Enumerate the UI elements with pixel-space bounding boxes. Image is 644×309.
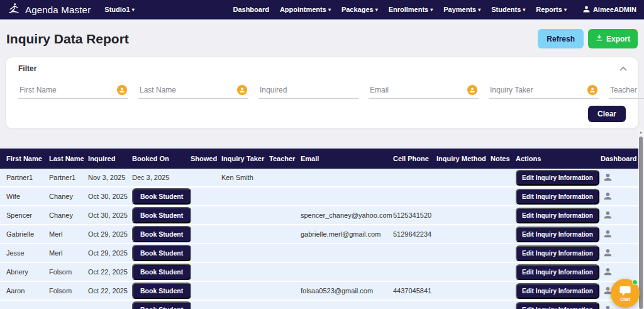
cell-first-name: Aaron	[6, 287, 49, 295]
clear-filter-button[interactable]: Clear	[588, 106, 626, 122]
student-dashboard-icon[interactable]	[603, 194, 613, 202]
column-header: Inquiry Method	[436, 155, 491, 162]
chat-label: Chat	[620, 297, 630, 301]
download-icon	[596, 34, 603, 43]
studio-selector[interactable]: Studio1 ▾	[104, 6, 134, 13]
person-add-icon	[587, 85, 597, 95]
cell-last-name: Merl	[49, 249, 88, 257]
cell-first-name: Gabrielle	[6, 230, 49, 238]
cell-dashboard[interactable]	[601, 191, 638, 202]
brand[interactable]: Agenda Master	[8, 2, 91, 17]
cell-dashboard[interactable]	[601, 248, 638, 259]
nav-item-label: Enrollments	[389, 6, 429, 13]
table-row: Partner1 Partner1 Nov 3, 2025 Dec 3, 202…	[0, 169, 638, 188]
filter-input[interactable]	[260, 86, 357, 94]
cell-email: gabrielle.merl@gmail.com	[301, 230, 393, 238]
cell-booked-on: Book Student	[132, 226, 191, 242]
person-add-icon	[237, 85, 247, 95]
table-row: Gabrielle Merl Oct 29, 2025 Book Student…	[0, 225, 638, 244]
cell-inquired: Oct 22, 2025	[88, 287, 132, 295]
filter-fields	[18, 83, 626, 99]
book-student-button[interactable]: Book Student	[132, 245, 191, 261]
nav-item-appointments[interactable]: Appointments ▾	[280, 6, 331, 13]
column-header: Inquired	[88, 155, 132, 162]
cell-first-name: Abnery	[6, 268, 49, 276]
filter-input[interactable]	[370, 86, 467, 94]
chat-button[interactable]: Chat	[611, 279, 640, 308]
filter-input[interactable]	[610, 86, 644, 94]
edit-inquiry-button[interactable]: Edit Inquiry Information	[516, 302, 599, 309]
filter-input[interactable]	[490, 86, 587, 94]
nav-item-label: Appointments	[280, 6, 326, 13]
filter-field-first-name[interactable]	[18, 83, 128, 99]
filter-field-inquired[interactable]	[258, 83, 358, 99]
chevron-down-icon: ▾	[328, 8, 331, 13]
edit-inquiry-button[interactable]: Edit Inquiry Information	[516, 208, 599, 223]
column-header: Email	[301, 155, 393, 162]
scroll-up-arrow-icon[interactable]: ▲	[639, 130, 643, 134]
cell-cell-phone: 5129642234	[393, 230, 436, 238]
export-label: Export	[606, 35, 630, 43]
nav-item-packages[interactable]: Packages ▾	[341, 6, 378, 13]
chevron-down-icon: ▾	[430, 8, 433, 13]
edit-inquiry-button[interactable]: Edit Inquiry Information	[516, 283, 599, 299]
book-student-button[interactable]: Book Student	[132, 264, 191, 280]
edit-inquiry-button[interactable]: Edit Inquiry Information	[516, 170, 599, 186]
edit-inquiry-button[interactable]: Edit Inquiry Information	[516, 227, 599, 242]
cell-booked-on: Book Student	[132, 301, 191, 309]
column-header: Actions	[516, 155, 601, 162]
user-name: AimeeADMIN	[593, 6, 636, 13]
filter-input[interactable]	[140, 86, 237, 94]
nav-item-enrollments[interactable]: Enrollments ▾	[389, 6, 433, 13]
student-dashboard-icon[interactable]	[603, 213, 613, 221]
filter-field-teacher[interactable]	[609, 83, 644, 99]
nav-item-reports[interactable]: Reports ▾	[536, 6, 567, 13]
chevron-down-icon: ▾	[132, 8, 135, 13]
cell-actions: Edit Inquiry Information	[516, 264, 601, 280]
brand-logo-icon	[8, 2, 20, 17]
cell-last-name: Chaney	[49, 211, 88, 219]
collapse-filter-button[interactable]	[619, 64, 627, 73]
filter-field-email[interactable]	[369, 83, 479, 99]
student-dashboard-icon[interactable]	[603, 232, 613, 240]
filter-field-last-name[interactable]	[138, 83, 248, 99]
edit-inquiry-button[interactable]: Edit Inquiry Information	[516, 264, 599, 280]
export-button[interactable]: Export	[588, 29, 638, 48]
table-row: Book Student Edit Inquiry Information	[0, 301, 638, 309]
student-dashboard-icon[interactable]	[603, 270, 613, 278]
book-student-button[interactable]: Book Student	[132, 188, 191, 205]
filter-field-inquiry-taker[interactable]	[489, 83, 599, 99]
user-menu[interactable]: AimeeADMIN	[582, 5, 636, 14]
nav-item-dashboard[interactable]: Dashboard	[233, 6, 269, 13]
cell-dashboard[interactable]	[601, 172, 638, 183]
page-title: Inquiry Data Report	[6, 31, 129, 47]
edit-inquiry-button[interactable]: Edit Inquiry Information	[516, 189, 599, 205]
cell-dashboard[interactable]	[601, 267, 638, 278]
book-student-button[interactable]: Book Student	[132, 301, 191, 309]
book-student-button[interactable]: Book Student	[132, 283, 191, 299]
scrollbar-thumb[interactable]	[639, 137, 643, 309]
chevron-down-icon: ▾	[375, 8, 378, 13]
book-student-button[interactable]: Book Student	[132, 226, 191, 242]
nav-item-payments[interactable]: Payments ▾	[443, 6, 480, 13]
person-add-icon	[117, 85, 127, 95]
cell-first-name: Wife	[6, 193, 49, 200]
column-header: Notes	[491, 155, 516, 162]
filter-panel: Filter Clear	[5, 57, 639, 129]
cell-last-name: Partner1	[49, 174, 88, 181]
vertical-scrollbar[interactable]: ▲	[638, 129, 643, 309]
nav-item-students[interactable]: Students ▾	[491, 6, 525, 13]
table-body: Partner1 Partner1 Nov 3, 2025 Dec 3, 202…	[0, 169, 638, 309]
refresh-button[interactable]: Refresh	[538, 29, 584, 48]
cell-dashboard[interactable]	[601, 210, 638, 221]
cell-inquired: Oct 22, 2025	[88, 268, 132, 276]
cell-inquired: Nov 3, 2025	[88, 174, 132, 181]
edit-inquiry-button[interactable]: Edit Inquiry Information	[516, 245, 599, 261]
page-head: Inquiry Data Report Refresh Export	[0, 20, 644, 57]
book-student-button[interactable]: Book Student	[132, 207, 191, 223]
student-dashboard-icon[interactable]	[603, 176, 613, 183]
student-dashboard-icon[interactable]	[603, 251, 613, 259]
chevron-down-icon: ▾	[478, 8, 480, 13]
filter-input[interactable]	[19, 86, 117, 94]
cell-dashboard[interactable]	[601, 229, 638, 240]
